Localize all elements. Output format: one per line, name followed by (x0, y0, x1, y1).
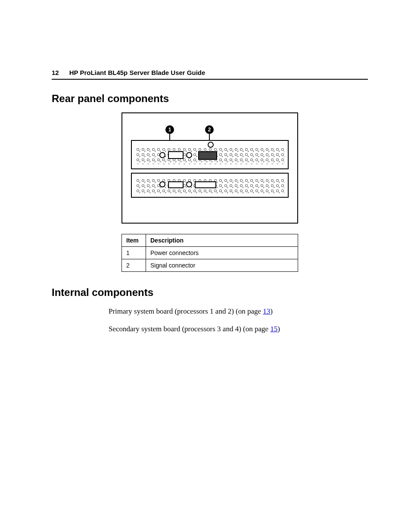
fastener-icon (186, 152, 192, 158)
callout-badge-2: 2 (205, 125, 214, 134)
paragraph-secondary-system-board: Secondary system board (processors 3 and… (109, 324, 368, 335)
page-link-13[interactable]: 13 (263, 307, 270, 315)
table-cell-description: Signal connector (146, 259, 298, 272)
fastener-icon (159, 181, 165, 187)
table-cell-item: 1 (122, 247, 146, 259)
table-header-description: Description (146, 234, 298, 247)
signal-connector-icon (198, 151, 217, 160)
figure-rear-panel: 1 2 (121, 112, 298, 224)
page-link-15[interactable]: 15 (270, 325, 277, 333)
text-run: ) (270, 307, 273, 315)
heading-rear-panel-components: Rear panel components (52, 93, 368, 105)
table-row: 1 Power connectors (122, 247, 298, 259)
fastener-icon (159, 152, 165, 158)
power-connector-icon (168, 181, 184, 188)
fastener-icon (186, 181, 192, 187)
table-rear-panel-components: Item Description 1 Power connectors 2 Si… (121, 234, 298, 272)
fastener-icon (208, 142, 214, 148)
document-title: HP ProLiant BL45p Server Blade User Guid… (69, 69, 206, 76)
heading-internal-components: Internal components (52, 286, 368, 299)
table-row: 2 Signal connector (122, 259, 298, 272)
table-header-item: Item (122, 234, 146, 247)
table-header-row: Item Description (122, 234, 298, 247)
connector-outline-icon (195, 181, 216, 188)
page-number: 12 (52, 69, 59, 76)
text-run: ) (277, 325, 280, 333)
callout-badge-1: 1 (165, 125, 174, 134)
text-run: Primary system board (processors 1 and 2… (109, 307, 263, 315)
text-run: Secondary system board (processors 3 and… (109, 325, 270, 333)
paragraph-primary-system-board: Primary system board (processors 1 and 2… (109, 306, 368, 317)
table-cell-item: 2 (122, 259, 146, 272)
power-connector-icon (168, 151, 184, 159)
page-header: 12 HP ProLiant BL45p Server Blade User G… (52, 69, 368, 80)
table-cell-description: Power connectors (146, 247, 298, 259)
